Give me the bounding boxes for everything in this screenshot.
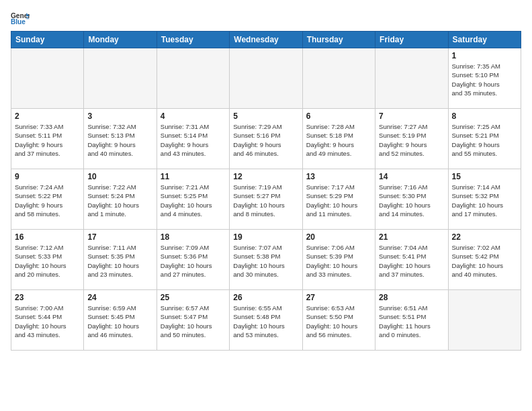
calendar-day-cell: 25Sunrise: 6:57 AM Sunset: 5:47 PM Dayli… <box>157 290 229 351</box>
day-info: Sunrise: 7:21 AM Sunset: 5:25 PM Dayligh… <box>161 183 226 218</box>
day-number: 1 <box>452 51 517 60</box>
day-info: Sunrise: 7:12 AM Sunset: 5:33 PM Dayligh… <box>15 243 80 279</box>
day-of-week-header: Monday <box>84 32 157 48</box>
day-info: Sunrise: 7:04 AM Sunset: 5:41 PM Dayligh… <box>379 243 444 279</box>
calendar-day-cell: 24Sunrise: 6:59 AM Sunset: 5:45 PM Dayli… <box>84 290 157 351</box>
calendar-day-cell: 21Sunrise: 7:04 AM Sunset: 5:41 PM Dayli… <box>375 230 448 290</box>
day-number: 11 <box>161 172 226 181</box>
calendar-header-row: SundayMondayTuesdayWednesdayThursdayFrid… <box>11 32 521 48</box>
day-info: Sunrise: 7:28 AM Sunset: 5:18 PM Dayligh… <box>306 122 371 158</box>
calendar-day-cell: 10Sunrise: 7:22 AM Sunset: 5:24 PM Dayli… <box>84 169 157 230</box>
day-info: Sunrise: 6:57 AM Sunset: 5:47 PM Dayligh… <box>161 304 226 339</box>
day-number: 17 <box>87 232 152 242</box>
day-number: 18 <box>161 232 226 242</box>
day-of-week-header: Sunday <box>11 32 84 48</box>
calendar-day-cell <box>84 48 157 109</box>
calendar-day-cell: 4Sunrise: 7:31 AM Sunset: 5:14 PM Daylig… <box>157 109 229 169</box>
day-number: 28 <box>379 293 444 302</box>
day-number: 9 <box>15 172 80 181</box>
day-number: 22 <box>452 232 517 242</box>
day-info: Sunrise: 7:35 AM Sunset: 5:10 PM Dayligh… <box>452 62 517 97</box>
calendar-day-cell: 7Sunrise: 7:27 AM Sunset: 5:19 PM Daylig… <box>375 109 448 169</box>
calendar-day-cell: 13Sunrise: 7:17 AM Sunset: 5:29 PM Dayli… <box>302 169 375 230</box>
day-number: 23 <box>15 293 80 302</box>
day-info: Sunrise: 7:06 AM Sunset: 5:39 PM Dayligh… <box>306 243 371 279</box>
day-number: 25 <box>161 293 226 302</box>
day-info: Sunrise: 7:07 AM Sunset: 5:38 PM Dayligh… <box>233 243 298 279</box>
day-number: 10 <box>87 172 152 181</box>
day-of-week-header: Friday <box>375 32 448 48</box>
calendar-day-cell: 2Sunrise: 7:33 AM Sunset: 5:11 PM Daylig… <box>11 109 84 169</box>
day-number: 20 <box>306 232 371 242</box>
calendar-day-cell: 27Sunrise: 6:53 AM Sunset: 5:50 PM Dayli… <box>302 290 375 351</box>
day-number: 24 <box>87 293 152 302</box>
calendar-week-row: 9Sunrise: 7:24 AM Sunset: 5:22 PM Daylig… <box>11 169 521 230</box>
calendar-day-cell: 11Sunrise: 7:21 AM Sunset: 5:25 PM Dayli… <box>157 169 229 230</box>
day-info: Sunrise: 6:51 AM Sunset: 5:51 PM Dayligh… <box>379 304 444 339</box>
day-of-week-header: Tuesday <box>157 32 229 48</box>
calendar-day-cell: 18Sunrise: 7:09 AM Sunset: 5:36 PM Dayli… <box>157 230 229 290</box>
calendar-day-cell: 28Sunrise: 6:51 AM Sunset: 5:51 PM Dayli… <box>375 290 448 351</box>
calendar-day-cell: 26Sunrise: 6:55 AM Sunset: 5:48 PM Dayli… <box>230 290 302 351</box>
day-number: 26 <box>233 293 298 302</box>
day-info: Sunrise: 7:19 AM Sunset: 5:27 PM Dayligh… <box>233 183 298 218</box>
calendar-day-cell: 8Sunrise: 7:25 AM Sunset: 5:21 PM Daylig… <box>448 109 521 169</box>
calendar-day-cell: 17Sunrise: 7:11 AM Sunset: 5:35 PM Dayli… <box>84 230 157 290</box>
calendar-day-cell: 12Sunrise: 7:19 AM Sunset: 5:27 PM Dayli… <box>230 169 302 230</box>
day-number: 12 <box>233 172 298 181</box>
calendar-week-row: 1Sunrise: 7:35 AM Sunset: 5:10 PM Daylig… <box>11 48 521 109</box>
day-of-week-header: Saturday <box>448 32 521 48</box>
day-info: Sunrise: 7:09 AM Sunset: 5:36 PM Dayligh… <box>161 243 226 279</box>
calendar-day-cell <box>302 48 375 109</box>
calendar-day-cell: 14Sunrise: 7:16 AM Sunset: 5:30 PM Dayli… <box>375 169 448 230</box>
calendar-day-cell <box>230 48 302 109</box>
day-info: Sunrise: 7:00 AM Sunset: 5:44 PM Dayligh… <box>15 304 80 339</box>
day-number: 3 <box>87 111 152 121</box>
day-info: Sunrise: 7:25 AM Sunset: 5:21 PM Dayligh… <box>452 122 517 158</box>
day-info: Sunrise: 7:29 AM Sunset: 5:16 PM Dayligh… <box>233 122 298 158</box>
day-info: Sunrise: 7:02 AM Sunset: 5:42 PM Dayligh… <box>452 243 517 279</box>
calendar-day-cell <box>157 48 229 109</box>
day-number: 27 <box>306 293 371 302</box>
calendar-day-cell: 6Sunrise: 7:28 AM Sunset: 5:18 PM Daylig… <box>302 109 375 169</box>
day-info: Sunrise: 7:11 AM Sunset: 5:35 PM Dayligh… <box>87 243 152 279</box>
day-number: 5 <box>233 111 298 121</box>
day-number: 2 <box>15 111 80 121</box>
day-info: Sunrise: 7:14 AM Sunset: 5:32 PM Dayligh… <box>452 183 517 218</box>
day-number: 21 <box>379 232 444 242</box>
calendar-day-cell: 23Sunrise: 7:00 AM Sunset: 5:44 PM Dayli… <box>11 290 84 351</box>
day-info: Sunrise: 7:31 AM Sunset: 5:14 PM Dayligh… <box>161 122 226 158</box>
calendar-day-cell: 19Sunrise: 7:07 AM Sunset: 5:38 PM Dayli… <box>230 230 302 290</box>
day-info: Sunrise: 7:17 AM Sunset: 5:29 PM Dayligh… <box>306 183 371 218</box>
calendar-day-cell: 3Sunrise: 7:32 AM Sunset: 5:13 PM Daylig… <box>84 109 157 169</box>
day-number: 8 <box>452 111 517 121</box>
calendar-day-cell: 9Sunrise: 7:24 AM Sunset: 5:22 PM Daylig… <box>11 169 84 230</box>
calendar-day-cell: 15Sunrise: 7:14 AM Sunset: 5:32 PM Dayli… <box>448 169 521 230</box>
calendar-day-cell: 20Sunrise: 7:06 AM Sunset: 5:39 PM Dayli… <box>302 230 375 290</box>
calendar-day-cell: 1Sunrise: 7:35 AM Sunset: 5:10 PM Daylig… <box>448 48 521 109</box>
day-number: 13 <box>306 172 371 181</box>
calendar-day-cell <box>11 48 84 109</box>
day-info: Sunrise: 6:55 AM Sunset: 5:48 PM Dayligh… <box>233 304 298 339</box>
day-number: 19 <box>233 232 298 242</box>
day-info: Sunrise: 6:53 AM Sunset: 5:50 PM Dayligh… <box>306 304 371 339</box>
day-number: 14 <box>379 172 444 181</box>
day-number: 4 <box>161 111 226 121</box>
day-info: Sunrise: 7:24 AM Sunset: 5:22 PM Dayligh… <box>15 183 80 218</box>
calendar-day-cell <box>448 290 521 351</box>
day-number: 6 <box>306 111 371 121</box>
page-header: General Blue <box>11 11 521 26</box>
calendar-week-row: 2Sunrise: 7:33 AM Sunset: 5:11 PM Daylig… <box>11 109 521 169</box>
day-info: Sunrise: 7:33 AM Sunset: 5:11 PM Dayligh… <box>15 122 80 158</box>
day-info: Sunrise: 6:59 AM Sunset: 5:45 PM Dayligh… <box>87 304 152 339</box>
svg-text:Blue: Blue <box>11 18 26 26</box>
calendar-day-cell: 5Sunrise: 7:29 AM Sunset: 5:16 PM Daylig… <box>230 109 302 169</box>
day-of-week-header: Thursday <box>302 32 375 48</box>
day-number: 7 <box>379 111 444 121</box>
logo: General Blue <box>11 11 30 26</box>
day-info: Sunrise: 7:16 AM Sunset: 5:30 PM Dayligh… <box>379 183 444 218</box>
day-number: 15 <box>452 172 517 181</box>
day-info: Sunrise: 7:27 AM Sunset: 5:19 PM Dayligh… <box>379 122 444 158</box>
calendar-week-row: 23Sunrise: 7:00 AM Sunset: 5:44 PM Dayli… <box>11 290 521 351</box>
calendar-table: SundayMondayTuesdayWednesdayThursdayFrid… <box>11 31 521 351</box>
